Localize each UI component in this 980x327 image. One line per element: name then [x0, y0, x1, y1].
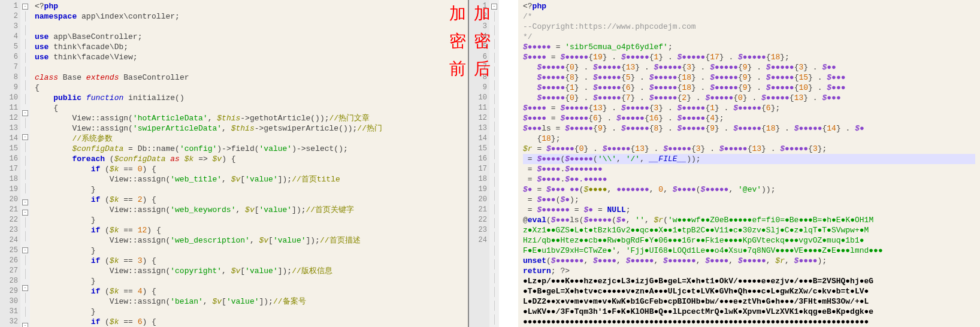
- fold-marker[interactable]: -: [20, 320, 30, 327]
- code-area-left[interactable]: <?phpnamespace app\index\controller;use …: [30, 0, 468, 327]
- code-line[interactable]: }: [35, 215, 463, 225]
- code-line[interactable]: public function initialize(): [35, 93, 463, 103]
- code-line[interactable]: $●●●● = $●●●●●{19} . $●●●●●{1} . $●●●●●{…: [523, 52, 975, 62]
- code-line[interactable]: View::assign('hotArticleData', $this->ge…: [35, 113, 463, 123]
- code-line[interactable]: $configData = Db::name('config')->field(…: [35, 144, 463, 154]
- code-line[interactable]: $●●●●●{8} . $●●●●●{5} . $●●●●●{18} . $●●…: [523, 72, 975, 83]
- code-line[interactable]: View::assign('web_keywords', $v['value']…: [35, 205, 463, 215]
- fold-marker: [489, 246, 499, 259]
- label-before-3: 前: [449, 57, 466, 80]
- fold-marker[interactable]: -: [20, 207, 30, 217]
- code-line[interactable]: $●●●●●{0} . $●●●●●{7} . $●●●●●{2} . $●●●…: [523, 93, 975, 103]
- line-number: 9: [469, 83, 487, 93]
- code-line[interactable]: View::assign('web_description', $v['valu…: [35, 235, 463, 246]
- code-line[interactable]: if ($k == 12) {: [35, 225, 463, 235]
- fold-marker[interactable]: -: [20, 197, 30, 207]
- code-line[interactable]: <?php: [35, 1, 463, 11]
- line-number: 27: [0, 266, 18, 276]
- code-line[interactable]: View::assign('beian', $v['value']);//备案号: [35, 296, 463, 307]
- code-line[interactable]: use think\facade\View;: [35, 52, 463, 62]
- code-line[interactable]: z●Xz1●●GZS●L●t●tBzk1Gv2●●qc●●X●●1●tpB2C●…: [523, 225, 975, 235]
- line-number: 14: [0, 134, 18, 144]
- code-line[interactable]: $●●●ls = $●●●●●{9} . $●●●●●{8} . $●●●●●{…: [523, 123, 975, 134]
- code-line[interactable]: ●●●●●●●●●●●●●●●●●●●●●●●●●●●●●●●●●●●●●●●●…: [523, 317, 975, 327]
- code-line[interactable]: = $●●●●($●●●●●('\\', '/', __FILE__));: [523, 154, 975, 164]
- code-line[interactable]: namespace app\index\controller;: [35, 11, 463, 22]
- code-line[interactable]: }: [35, 246, 463, 256]
- code-line[interactable]: $●●●●●{1} . $●●●●●{6} . $●●●●●{18} . $●●…: [523, 83, 975, 93]
- code-line[interactable]: --Copyright:https://www.phpcodejm.com: [523, 22, 975, 32]
- code-line[interactable]: use app\BaseController;: [35, 32, 463, 42]
- code-line[interactable]: <?php: [523, 1, 975, 11]
- code-line[interactable]: ●LwKV●●/3F●Tqm3h'1●F●K●KlOHB●Q●●lLpcectM…: [523, 307, 975, 317]
- fold-marker[interactable]: -: [20, 1, 30, 11]
- code-line[interactable]: $●●●● = $●●●●●{6} . $●●●●●{16} . $●●●●●{…: [523, 113, 975, 123]
- code-line[interactable]: if ($k == 2) {: [35, 195, 463, 205]
- line-number-gutter-left: 1234567891011121314151617181920212223242…: [0, 0, 20, 327]
- code-line[interactable]: View::assign('copyright', $v['value']);/…: [35, 266, 463, 276]
- fold-marker[interactable]: -: [20, 108, 30, 118]
- line-number: 7: [0, 62, 18, 72]
- line-number: 11: [0, 103, 18, 113]
- code-line[interactable]: $r = $●●●●●{0} . $●●●●●{13} . $●●●●●{3} …: [523, 144, 975, 154]
- code-line[interactable]: = $●●●●.$●●.●●●●●: [523, 174, 975, 184]
- code-line[interactable]: $●●●●● = 'sibr5cmua_o4pt6ydlef';: [523, 42, 975, 52]
- code-panel-after: 加 密 后 1234567891011121314151617181920212…: [469, 0, 980, 327]
- code-line[interactable]: [35, 22, 463, 32]
- code-line[interactable]: $● = $●●● ●●($●●●●, ●●●●●●●, 0, $●●●●($●…: [523, 184, 975, 195]
- code-line[interactable]: Hzi/qb●●Htez●●cb●●Rw●bgRdF●Y●06●●●16r●●F…: [523, 235, 975, 246]
- code-line[interactable]: = $●●●●●● = $● = NULL;: [523, 205, 975, 215]
- code-line[interactable]: L●DZ2●●x●v●m●v●m●v●KwK●b1GcFeb●cpBIOHb●b…: [523, 296, 975, 307]
- line-number: 31: [0, 307, 18, 317]
- code-line[interactable]: return; ?>: [523, 266, 975, 276]
- line-number: 21: [0, 205, 18, 215]
- code-line[interactable]: {: [35, 83, 463, 93]
- code-line[interactable]: $●●●● = $●●●●●{13} . $●●●●●{3} . $●●●●●{…: [523, 103, 975, 113]
- fold-marker[interactable]: -: [489, 1, 499, 11]
- code-line[interactable]: */: [523, 32, 975, 42]
- line-number: 19: [0, 184, 18, 195]
- fold-marker: [20, 169, 30, 183]
- code-line[interactable]: {18};: [523, 134, 975, 144]
- code-area-right[interactable]: <?php/*--Copyright:https://www.phpcodejm…: [518, 0, 980, 327]
- fold-marker: [20, 293, 30, 307]
- code-line[interactable]: }: [35, 276, 463, 286]
- code-line[interactable]: ●T●B●geL=X●h●tv●c●●●●●v●zn●A●●●ULjc●t●LV…: [523, 286, 975, 296]
- fold-gutter-left: ----------: [20, 0, 30, 327]
- code-line[interactable]: = $●●●●.$●●●●●●●: [523, 164, 975, 174]
- code-line[interactable]: F●E●u1bvZ9xH=CTwZe●', 'Fjj●UI68●LOQd1Le●…: [523, 246, 975, 256]
- code-line[interactable]: class Base extends BaseController: [35, 72, 463, 83]
- code-line[interactable]: }: [35, 307, 463, 317]
- code-line[interactable]: [35, 62, 463, 72]
- code-line[interactable]: if ($k == 3) {: [35, 256, 463, 266]
- fold-marker: [489, 163, 499, 177]
- code-line[interactable]: @eval($●●●ls($●●●●●($●, '', $r('w●●●wf●●…: [523, 215, 975, 225]
- code-line[interactable]: View::assign('web_title', $v['value']);/…: [35, 174, 463, 184]
- fold-marker[interactable]: -: [20, 132, 30, 142]
- fold-marker[interactable]: -: [20, 283, 30, 293]
- fold-marker: [489, 108, 499, 122]
- code-line[interactable]: ●Lz●p/●●●K●●●hz●ezjc●L3●izjG●B●geL=X●h●t…: [523, 276, 975, 286]
- line-number: 28: [0, 276, 18, 286]
- fold-marker: [20, 156, 30, 169]
- line-number: 2: [0, 11, 18, 22]
- line-number: 9: [0, 83, 18, 93]
- code-line[interactable]: }: [35, 184, 463, 195]
- code-line[interactable]: {: [35, 103, 463, 113]
- code-line[interactable]: /*: [523, 11, 975, 22]
- line-number: 32: [0, 317, 18, 327]
- code-line[interactable]: unset($●●●●●●, $●●●●, $●●●●●, $●●●●●●, $…: [523, 256, 975, 266]
- code-line[interactable]: View::assign('swiperArticleData', $this-…: [35, 123, 463, 134]
- fold-marker[interactable]: -: [20, 245, 30, 255]
- code-line[interactable]: use think\facade\Db;: [35, 42, 463, 52]
- code-line[interactable]: if ($k == 0) {: [35, 164, 463, 174]
- code-line[interactable]: if ($k == 6) {: [35, 317, 463, 327]
- code-line[interactable]: //系统参数: [35, 134, 463, 144]
- fold-marker: [20, 39, 30, 53]
- code-line[interactable]: $●●●●●{0} . $●●●●●{13} . $●●●●●{3} . $●●…: [523, 62, 975, 72]
- code-line[interactable]: = $●●●($●);: [523, 195, 975, 205]
- code-line[interactable]: if ($k == 4) {: [35, 286, 463, 296]
- fold-marker: [489, 11, 499, 25]
- code-line[interactable]: foreach ($configData as $k => $v) {: [35, 154, 463, 164]
- fold-marker: [489, 149, 499, 163]
